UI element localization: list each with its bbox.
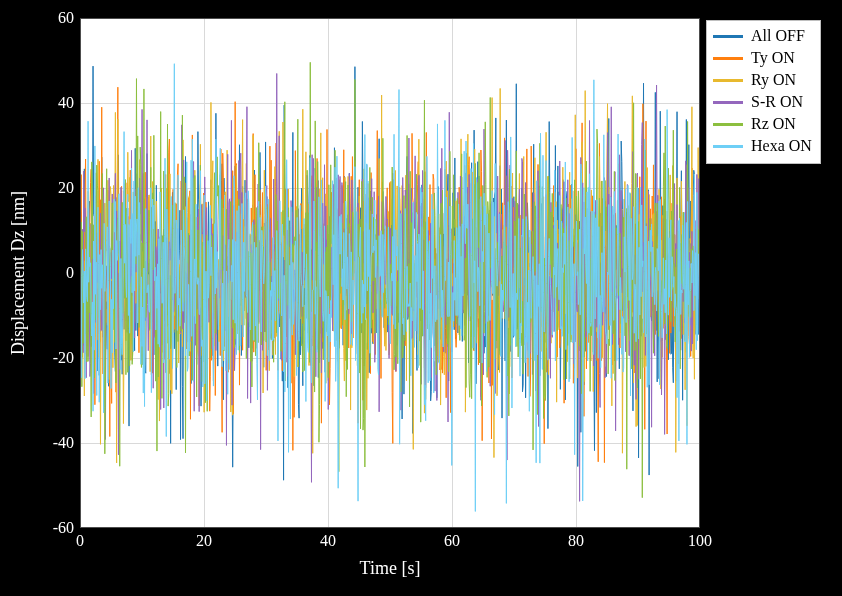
legend-label: S-R ON [751,93,803,111]
legend-item: Rz ON [713,113,812,135]
legend-label: Hexa ON [751,137,812,155]
figure: -60-40-200204060 020406080100 Displaceme… [0,0,842,596]
legend-label: Ry ON [751,71,796,89]
legend-swatch [713,57,743,60]
legend-swatch [713,35,743,38]
y-axis-label: Displacement Dz [nm] [8,191,29,355]
legend-swatch [713,123,743,126]
y-tick-label: -60 [14,519,74,537]
legend-item: Hexa ON [713,135,812,157]
x-axis-label: Time [s] [360,558,421,579]
legend-item: Ty ON [713,47,812,69]
x-tick-label: 80 [568,532,584,550]
legend-item: S-R ON [713,91,812,113]
x-tick-label: 40 [320,532,336,550]
legend-item: All OFF [713,25,812,47]
legend: All OFFTy ONRy ONS-R ONRz ONHexa ON [706,20,821,164]
legend-swatch [713,145,743,148]
legend-label: Ty ON [751,49,795,67]
plot-area [80,18,700,528]
y-tick-label: 60 [14,9,74,27]
data-canvas [80,18,700,528]
legend-swatch [713,101,743,104]
legend-swatch [713,79,743,82]
x-tick-label: 100 [688,532,712,550]
y-tick-label: 40 [14,94,74,112]
legend-label: Rz ON [751,115,796,133]
x-tick-label: 20 [196,532,212,550]
legend-item: Ry ON [713,69,812,91]
x-tick-label: 0 [76,532,84,550]
y-tick-label: -40 [14,434,74,452]
legend-label: All OFF [751,27,805,45]
x-tick-label: 60 [444,532,460,550]
